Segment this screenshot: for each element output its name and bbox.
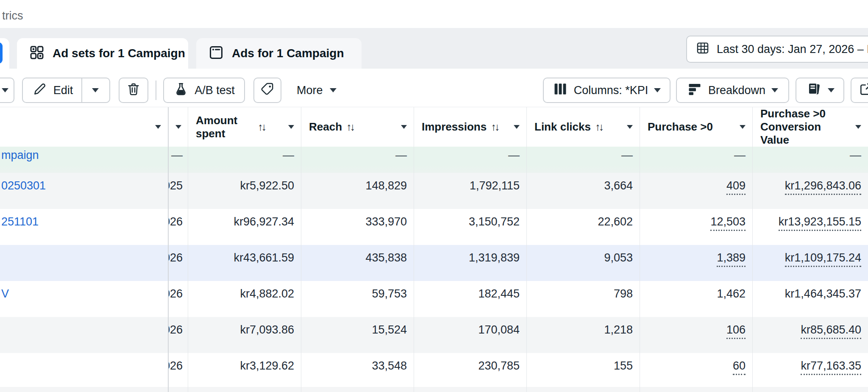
flask-icon (173, 81, 189, 100)
column-header-amount_spent[interactable]: Amount spent↑↓ (188, 107, 301, 147)
amount_spent-cell: kr7,093.86 (188, 317, 301, 353)
footer-cell (169, 387, 188, 392)
link_clicks-cell: 1,218 (527, 317, 640, 353)
tab-label-ads: Ads for 1 Campaign (232, 47, 344, 60)
reach-cell: 148,829 (301, 173, 414, 209)
name-cell: 251101 (0, 209, 169, 245)
column-header-purchase_value[interactable]: Purchase >0 Conversion Value (753, 107, 868, 147)
duplicate-dropdown-partial-button[interactable] (0, 78, 14, 103)
link_clicks-value: 3,664 (604, 179, 633, 192)
date-cell: 026 (169, 209, 188, 245)
date-partial-text: 026 (169, 215, 183, 228)
impressions-cell: 1,792,115 (414, 173, 527, 209)
breakdown-icon (687, 81, 702, 100)
export-button[interactable] (851, 78, 868, 103)
date-cell: 026 (169, 281, 188, 317)
link_clicks-cell: 3,664 (527, 173, 640, 209)
date-range-button[interactable]: Last 30 days: Jan 27, 2026 – Fe (686, 36, 868, 63)
purchase_value-cell: kr13,923,155.15 (753, 209, 868, 245)
breakdown-button[interactable]: Breakdown (676, 78, 789, 103)
date-cell: — (169, 145, 188, 173)
reports-button[interactable] (796, 78, 844, 103)
ads-frame-icon (208, 44, 224, 62)
chevron-down-icon[interactable] (514, 125, 520, 129)
column-header-link_clicks[interactable]: Link clicks↑↓ (527, 107, 640, 147)
purchase-value[interactable]: 409 (726, 179, 746, 195)
table-row[interactable]: 026kr3,129.6233,548230,78515560kr77,163.… (0, 353, 868, 387)
adset-name-link[interactable]: 251101 (1, 215, 39, 228)
link_clicks-value: 9,053 (604, 251, 633, 264)
purchase_value-value[interactable]: kr1,296,843.06 (785, 179, 861, 195)
table-row[interactable]: 0250301025kr5,922.50148,8291,792,1153,66… (0, 173, 868, 209)
footer-cell (301, 387, 414, 392)
link_clicks-value: — (621, 149, 633, 162)
purchase-value[interactable]: 106 (726, 323, 746, 339)
columns-button[interactable]: Columns: *KPI (543, 78, 670, 103)
column-header-impressions[interactable]: Impressions↑↓ (414, 107, 527, 147)
column-header-name[interactable] (0, 107, 169, 147)
table-row[interactable]: 026kr7,093.8615,524170,0841,218106kr85,6… (0, 317, 868, 353)
date-partial-text: 025 (169, 179, 183, 192)
impressions-value: 1,792,115 (470, 179, 520, 192)
adset-name-link[interactable]: V (1, 287, 9, 300)
purchase_value-value: — (850, 149, 861, 162)
name-cell (0, 353, 169, 387)
chevron-down-icon[interactable] (401, 125, 407, 129)
amount_spent-cell: kr4,882.02 (188, 281, 301, 317)
impressions-value: — (508, 149, 520, 162)
tab-campaigns-partial[interactable] (0, 38, 9, 69)
column-header-reach[interactable]: Reach↑↓ (301, 107, 414, 147)
column-header-label: Link clicks (534, 120, 591, 133)
table-row[interactable]: 026kr43,661.59435,8381,319,8399,0531,389… (0, 245, 868, 281)
ab-test-button[interactable]: A/B test (163, 78, 245, 103)
table-row[interactable]: 251101026kr96,927.34333,9703,150,75222,6… (0, 209, 868, 245)
purchase-cell: — (640, 145, 753, 173)
date-partial-text: — (171, 149, 183, 162)
date-cell: 025 (169, 173, 188, 209)
column-header-date[interactable] (169, 107, 188, 147)
tab-ads[interactable]: Ads for 1 Campaign (196, 38, 362, 69)
adset-name-link[interactable]: 0250301 (1, 179, 46, 192)
chevron-down-icon[interactable] (740, 125, 746, 129)
purchase_value-value[interactable]: kr85,685.40 (801, 323, 861, 339)
date-range-label: Last 30 days: Jan 27, 2026 – Fe (717, 43, 868, 56)
edit-button-label: Edit (53, 84, 73, 97)
amount_spent-cell: kr96,927.34 (188, 209, 301, 245)
purchase-value[interactable]: 12,503 (710, 215, 746, 231)
level-tab-bar: Ad sets for 1 Campaign Ads for 1 Campaig… (0, 28, 868, 69)
chevron-down-icon[interactable] (155, 125, 161, 129)
edit-button[interactable]: Edit (22, 78, 110, 103)
tag-button[interactable] (253, 78, 281, 103)
table-footer-partial-row (0, 387, 868, 392)
table-header: Amount spent↑↓Reach↑↓Impressions↑↓Link c… (0, 107, 868, 145)
name-cell: mpaign (0, 145, 169, 173)
amount_spent-cell: kr5,922.50 (188, 173, 301, 209)
reach-cell: — (301, 145, 414, 173)
chevron-down-icon[interactable] (288, 125, 294, 129)
date-partial-text: 026 (169, 251, 183, 264)
table-row[interactable]: mpaign——————— (0, 145, 868, 173)
purchase-value: — (734, 149, 746, 162)
table-row[interactable]: V026kr4,882.0259,753182,4457981,462kr1,4… (0, 281, 868, 317)
reach-cell: 15,524 (301, 317, 414, 353)
chevron-down-icon[interactable] (175, 125, 181, 129)
purchase_value-value[interactable]: kr77,163.35 (801, 359, 861, 375)
trash-icon (126, 81, 141, 100)
purchase-value[interactable]: 60 (733, 359, 746, 375)
chevron-down-icon[interactable] (627, 125, 633, 129)
delete-button[interactable] (119, 78, 148, 103)
purchase-value[interactable]: 1,389 (717, 251, 746, 267)
amount_spent-value: kr3,129.62 (240, 359, 294, 373)
link_clicks-cell: 798 (527, 281, 640, 317)
purchase_value-value[interactable]: kr1,109,175.24 (785, 251, 861, 267)
more-button[interactable]: More (297, 78, 337, 103)
chevron-down-icon[interactable] (855, 125, 861, 129)
edit-dropdown-toggle[interactable] (82, 78, 108, 102)
adset-name-link[interactable]: mpaign (1, 149, 39, 162)
ab-test-label: A/B test (195, 84, 235, 97)
column-header-purchase[interactable]: Purchase >0 (640, 107, 753, 147)
purchase_value-value[interactable]: kr13,923,155.15 (779, 215, 861, 231)
impressions-value: 182,445 (478, 287, 520, 300)
tab-ad-sets[interactable]: Ad sets for 1 Campaign (17, 38, 188, 69)
sort-icon: ↑↓ (595, 121, 602, 133)
